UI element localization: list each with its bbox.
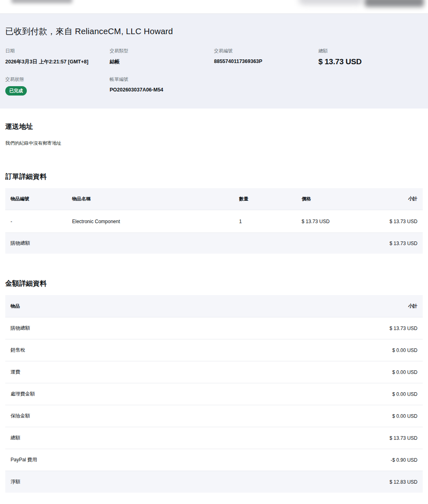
col-header-item: 物品	[11, 303, 20, 309]
row-value: $ 13.73 USD	[389, 326, 417, 331]
amount-row-net: 淨額 $ 12.83 USD	[5, 471, 423, 493]
row-value: $ 0.00 USD	[392, 348, 417, 353]
row-label: PayPal 費用	[11, 456, 37, 463]
transaction-type-field: 交易類型 結帳	[110, 48, 214, 66]
order-table-footer-row: 購物總額 $ 13.73 USD	[5, 232, 423, 254]
item-name-cell: Electronic Component	[72, 219, 239, 224]
amount-row-paypal-fee: PayPal 費用 -$ 0.90 USD	[5, 449, 423, 471]
transaction-summary-panel: 已收到付款，來自 RelianceCM, LLC Howard 日期 2026年…	[0, 14, 428, 109]
page-title: 已收到付款，來自 RelianceCM, LLC Howard	[5, 26, 423, 37]
row-label: 銷售稅	[11, 347, 25, 354]
row-label: 處理費金額	[11, 391, 35, 398]
transaction-id-field: 交易編號 8855740117369363P	[214, 48, 318, 66]
order-details-section: 訂單詳細資料 物品編號 物品名稱 數量 價格 小計 - Electronic C…	[5, 172, 423, 254]
transaction-type-label: 交易類型	[110, 48, 214, 54]
transaction-type-value: 結帳	[110, 59, 214, 65]
redacted-action-button[interactable]	[365, 0, 424, 7]
amount-row-shipping: 運費 $ 0.00 USD	[5, 361, 423, 383]
col-header-item-number: 物品編號	[5, 196, 72, 202]
summary-fields-row-2: 交易狀態 已完成 帳單編號 PO202603037A06-M54	[5, 76, 423, 96]
date-label: 日期	[5, 48, 110, 54]
date-field: 日期 2026年3月3日 上午2:21:57 [GMT+8]	[5, 48, 110, 66]
invoice-id-value: PO202603037A06-M54	[110, 87, 214, 93]
total-label: 總額	[318, 48, 423, 54]
total-amount-value: $ 13.73 USD	[318, 57, 423, 66]
row-label: 保險金額	[11, 413, 30, 419]
shipping-address-message: 我們的紀錄中沒有郵寄地址	[5, 140, 423, 146]
row-label: 淨額	[11, 478, 20, 485]
price-cell: $ 13.73 USD	[302, 219, 364, 224]
order-table-row: - Electronic Component 1 $ 13.73 USD $ 1…	[5, 210, 423, 232]
invoice-id-field: 帳單編號 PO202603037A06-M54	[110, 76, 214, 96]
row-label: 運費	[11, 369, 20, 376]
order-table-header-row: 物品編號 物品名稱 數量 價格 小計	[5, 188, 423, 210]
redacted-header-link[interactable]	[298, 0, 363, 5]
amount-row-total: 總額 $ 13.73 USD	[5, 427, 423, 449]
row-value: $ 0.00 USD	[392, 413, 417, 419]
amount-table-header-row: 物品 小計	[5, 295, 423, 317]
row-value: $ 0.00 USD	[392, 391, 417, 397]
order-details-table: 物品編號 物品名稱 數量 價格 小計 - Electronic Componen…	[5, 188, 423, 254]
row-label: 總額	[11, 434, 20, 441]
summary-fields-row-1: 日期 2026年3月3日 上午2:21:57 [GMT+8] 交易類型 結帳 交…	[5, 48, 423, 66]
shipping-address-section: 運送地址 我們的紀錄中沒有郵寄地址	[5, 122, 423, 146]
amount-details-section: 金額詳細資料 物品 小計 購物總額 $ 13.73 USD 銷售稅 $ 0.00…	[5, 279, 423, 493]
row-value: -$ 0.90 USD	[391, 457, 417, 463]
invoice-id-label: 帳單編號	[110, 76, 214, 83]
transaction-status-field: 交易狀態 已完成	[5, 76, 110, 96]
col-header-quantity: 數量	[239, 196, 302, 202]
col-header-subtotal: 小計	[364, 196, 423, 202]
amount-row-handling: 處理費金額 $ 0.00 USD	[5, 383, 423, 405]
amount-details-table: 物品 小計 購物總額 $ 13.73 USD 銷售稅 $ 0.00 USD 運費…	[5, 295, 423, 493]
col-header-price: 價格	[302, 196, 364, 202]
status-badge: 已完成	[5, 86, 27, 96]
quantity-cell: 1	[239, 219, 302, 224]
top-header	[0, 0, 428, 14]
transaction-id-value: 8855740117369363P	[214, 59, 318, 64]
redacted-logo	[11, 0, 72, 3]
row-value: $ 13.73 USD	[389, 435, 417, 441]
purchase-total-value: $ 13.73 USD	[364, 241, 423, 246]
item-number-cell: -	[5, 219, 72, 224]
transaction-status-label: 交易狀態	[5, 76, 110, 83]
subtotal-cell: $ 13.73 USD	[364, 219, 423, 224]
amount-details-heading: 金額詳細資料	[5, 279, 423, 288]
amount-row-sales-tax: 銷售稅 $ 0.00 USD	[5, 339, 423, 361]
col-header-subtotal: 小計	[408, 303, 417, 309]
transaction-id-label: 交易編號	[214, 48, 318, 54]
date-value: 2026年3月3日 上午2:21:57 [GMT+8]	[5, 59, 110, 65]
total-field: 總額 $ 13.73 USD	[318, 48, 423, 66]
amount-row-insurance: 保險金額 $ 0.00 USD	[5, 405, 423, 427]
purchase-total-label: 購物總額	[5, 240, 364, 247]
row-label: 購物總額	[11, 325, 30, 332]
order-details-heading: 訂單詳細資料	[5, 172, 423, 181]
amount-row-purchase-total: 購物總額 $ 13.73 USD	[5, 317, 423, 339]
row-value: $ 12.83 USD	[389, 479, 417, 485]
row-value: $ 0.00 USD	[392, 369, 417, 375]
col-header-item-name: 物品名稱	[72, 196, 239, 202]
shipping-address-heading: 運送地址	[5, 122, 423, 131]
